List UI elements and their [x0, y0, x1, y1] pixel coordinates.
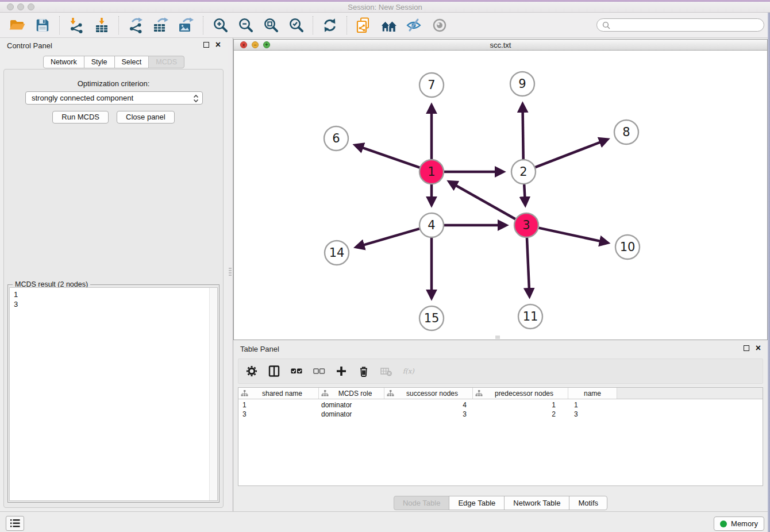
network-window-titlebar[interactable]: x – + scc.txt [234, 40, 767, 51]
graph-edge-2-3[interactable] [524, 184, 525, 198]
graph-edge-2-8[interactable] [536, 142, 601, 167]
cell-name[interactable]: 1 [568, 401, 617, 409]
table-row[interactable]: 1dominator411 [238, 400, 763, 410]
import-table-button[interactable] [93, 16, 111, 35]
column-header-MCDS-role[interactable]: MCDS role [319, 388, 384, 399]
window-edge [768, 13, 770, 532]
cell-shared-name[interactable]: 3 [238, 410, 319, 418]
column-header-successor-nodes[interactable]: successor nodes [384, 388, 473, 399]
graph-node-3[interactable]: 3 [514, 213, 538, 237]
graph-node-8[interactable]: 8 [614, 120, 638, 144]
graph-edge-3-10[interactable] [539, 228, 601, 241]
graph-edge-4-14[interactable] [363, 229, 419, 245]
result-scrollbar[interactable] [209, 288, 217, 500]
tab-mcds[interactable]: MCDS [148, 56, 184, 68]
cell-successor-nodes[interactable]: 4 [384, 401, 473, 409]
add-row-button[interactable] [335, 365, 348, 377]
delete-row-button[interactable] [357, 365, 370, 377]
run-mcds-button[interactable]: Run MCDS [52, 111, 109, 124]
column-header-predecessor-nodes[interactable]: predecessor nodes [473, 388, 568, 399]
graph-node-4[interactable]: 4 [419, 213, 444, 237]
zoom-out-button[interactable] [236, 16, 255, 35]
tab-network-table[interactable]: Network Table [504, 496, 569, 510]
svg-text:f(x): f(x) [403, 367, 415, 375]
delete-column-button[interactable] [380, 365, 392, 377]
graph-node-2[interactable]: 2 [511, 160, 536, 184]
graph-node-10[interactable]: 10 [615, 235, 640, 259]
graph-edge-2-9[interactable] [523, 111, 523, 159]
import-table-icon [93, 17, 110, 34]
float-table-panel-icon[interactable] [744, 345, 749, 351]
column-header-name[interactable]: name [568, 388, 617, 399]
clone-network-button[interactable] [355, 16, 373, 35]
save-session-button[interactable] [33, 16, 52, 35]
graph-node-6[interactable]: 6 [324, 126, 348, 151]
float-panel-icon[interactable] [203, 42, 209, 48]
apply-layout-button[interactable] [321, 16, 339, 35]
graph-node-7[interactable]: 7 [419, 73, 444, 97]
open-file-button[interactable] [8, 16, 26, 35]
mcds-result-box[interactable]: 1 3 [9, 287, 218, 501]
select-all-button[interactable] [290, 365, 303, 377]
zoom-fit-button[interactable] [261, 16, 280, 35]
cell-MCDS-role[interactable]: dominator [319, 410, 384, 418]
export-image-button[interactable] [177, 16, 195, 35]
network-canvas[interactable]: 1234678910111415 [234, 51, 767, 340]
deselect-all-button[interactable] [313, 365, 325, 377]
task-history-button[interactable] [6, 516, 24, 531]
panel-divider[interactable] [228, 38, 233, 511]
first-neighbors-button[interactable] [380, 16, 398, 35]
cell-predecessor-nodes[interactable]: 2 [473, 410, 568, 418]
table-row[interactable]: 3dominator323 [238, 410, 763, 419]
graph-node-15[interactable]: 15 [419, 306, 444, 330]
cell-shared-name[interactable]: 1 [238, 401, 319, 409]
tree-column-icon [241, 390, 248, 397]
graph-edge-1-6[interactable] [362, 148, 419, 168]
close-table-panel-icon[interactable]: × [756, 345, 761, 352]
column-header-shared-name[interactable]: shared name [238, 388, 319, 399]
canvas-resize-dot [495, 336, 500, 339]
function-builder-button[interactable]: f(x) [402, 365, 415, 377]
tree-column-icon [387, 390, 394, 397]
zoom-selected-button[interactable] [287, 16, 305, 35]
table-panel: Table Panel × [233, 341, 768, 511]
close-panel-icon[interactable]: × [215, 41, 221, 48]
graph-node-1[interactable]: 1 [419, 160, 444, 184]
divider-grip-icon [229, 268, 232, 277]
graph-edge-3-1[interactable] [456, 186, 515, 219]
column-layout-button[interactable] [268, 365, 280, 377]
criterion-select[interactable]: strongly connected component [25, 91, 203, 105]
graph-node-11[interactable]: 11 [518, 304, 542, 329]
search-input[interactable] [613, 20, 764, 30]
svg-text:1: 1 [428, 165, 435, 179]
column-settings-button[interactable] [245, 365, 258, 377]
search-field[interactable] [596, 18, 764, 32]
graph-node-9[interactable]: 9 [510, 72, 534, 96]
memory-button[interactable]: Memory [714, 516, 764, 531]
tab-node-table[interactable]: Node Table [394, 496, 450, 510]
tab-select[interactable]: Select [114, 56, 149, 68]
table-toolbar: f(x) [238, 358, 763, 384]
cell-MCDS-role[interactable]: dominator [319, 401, 384, 409]
tab-motifs[interactable]: Motifs [569, 496, 607, 510]
tab-edge-table[interactable]: Edge Table [449, 496, 505, 510]
export-table-button[interactable] [152, 16, 170, 35]
close-panel-button[interactable]: Close panel [117, 111, 175, 124]
optimization-criterion-label: Optimization criterion: [4, 79, 223, 88]
mcds-result-group: MCDS result (2 nodes) 1 3 [7, 284, 220, 503]
cell-successor-nodes[interactable]: 3 [384, 410, 473, 418]
export-network-button[interactable] [126, 16, 145, 35]
cell-name[interactable]: 3 [568, 410, 617, 418]
graph-node-14[interactable]: 14 [325, 241, 349, 265]
tab-style[interactable]: Style [84, 56, 115, 68]
hide-selected-button[interactable] [405, 16, 424, 35]
zoom-fit-icon [263, 17, 279, 33]
show-all-button[interactable] [430, 16, 449, 35]
tab-network[interactable]: Network [43, 56, 84, 68]
zoom-in-button[interactable] [211, 16, 229, 35]
memory-status-icon [720, 521, 727, 527]
import-network-button[interactable] [67, 16, 86, 35]
cell-predecessor-nodes[interactable]: 1 [473, 401, 568, 409]
graph-edge-3-11[interactable] [527, 238, 529, 289]
svg-text:4: 4 [428, 218, 435, 232]
